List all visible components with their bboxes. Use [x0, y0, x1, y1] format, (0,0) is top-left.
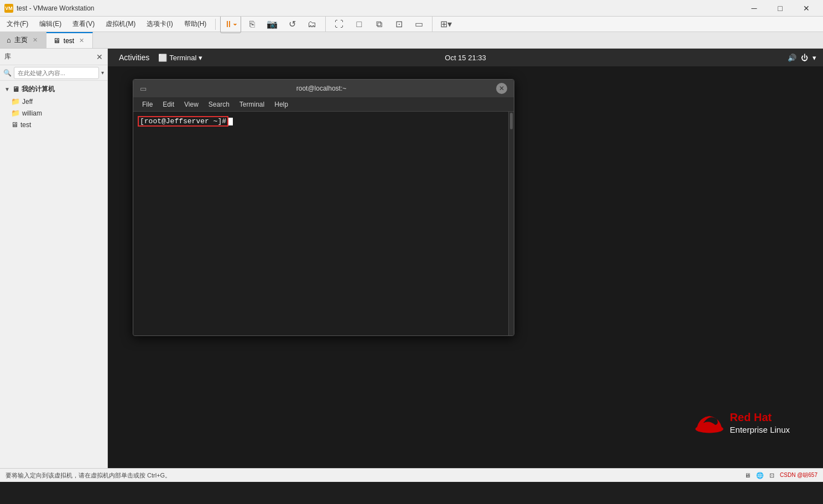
settings-icon[interactable]: ▾ [812, 54, 816, 62]
sidebar-search-input[interactable] [14, 67, 99, 79]
view-options-button[interactable]: ⊞▾ [437, 15, 455, 33]
gnome-terminal-label[interactable]: ⬜ Terminal ▾ [158, 54, 202, 62]
terminal-dropdown-arrow: ▾ [199, 54, 202, 62]
menu-vm[interactable]: 虚拟机(M) [101, 17, 140, 31]
menu-help[interactable]: 帮助(H) [180, 17, 211, 31]
terminal-window[interactable]: ▭ root@localhost:~ ✕ File Edit View Sear… [133, 79, 514, 336]
toolbar-sep-1 [325, 17, 326, 32]
minimize-button[interactable]: ─ [742, 0, 767, 17]
pause-button[interactable]: ⏸▾ [220, 15, 241, 33]
main-content: 库 ✕ 🔍 ▾ ▼ 🖥 我的计算机 📁 Jeff 📁 william 🖥 [0, 49, 823, 468]
terminal-menu-search[interactable]: Search [204, 99, 234, 109]
sidebar-search-dropdown[interactable]: ▾ [101, 70, 104, 76]
gnome-topbar: Activities ⬜ Terminal ▾ Oct 15 21:33 🔊 ⏻… [108, 49, 823, 66]
terminal-menubar: File Edit View Search Terminal Help [133, 97, 514, 112]
tab-bar: ⌂ 主页 ✕ 🖥 test ✕ [0, 32, 823, 49]
revert-button[interactable]: ↺ [283, 15, 301, 33]
terminal-menu-view[interactable]: View [180, 99, 203, 109]
menu-bar: 文件(F) 编辑(E) 查看(V) 虚拟机(M) 选项卡(I) 帮助(H) ⏸▾… [0, 17, 823, 32]
gnome-clock: Oct 15 21:33 [445, 54, 486, 62]
vm-icon-test: 🖥 [11, 120, 18, 129]
redhat-brand-text: Red Hat Enterprise Linux [730, 410, 790, 435]
terminal-close-button[interactable]: ✕ [496, 83, 507, 94]
terminal-body[interactable]: [root@Jeffserver ~]# [133, 112, 508, 335]
terminal-menu-file[interactable]: File [138, 99, 157, 109]
tree-item-test-label: test [20, 121, 31, 129]
search-icon: 🔍 [3, 69, 12, 77]
redhat-red-text: Red Hat [730, 411, 772, 423]
status-right: 🖥 🌐 ⊡ CSDN @胡657 [744, 471, 817, 479]
menu-view[interactable]: 查看(V) [68, 17, 99, 31]
console-view-button[interactable]: ▭ [410, 15, 428, 33]
pc-icon: 🖥 [12, 85, 19, 93]
terminal-menu-terminal[interactable]: Terminal [235, 99, 269, 109]
snapshot-button[interactable]: 📷 [263, 15, 281, 33]
toolbar-sep-2 [432, 17, 433, 32]
tab-home-close[interactable]: ✕ [31, 36, 39, 44]
tree-group-mypc[interactable]: ▼ 🖥 我的计算机 [0, 83, 107, 96]
terminal-titlebar: ▭ root@localhost:~ ✕ [133, 80, 514, 97]
terminal-title-icon: ▭ [140, 85, 147, 93]
terminal-prompt: [root@Jeffserver ~]# [138, 116, 228, 127]
folder-icon-jeff: 📁 [11, 97, 20, 106]
tree-item-jeff[interactable]: 📁 Jeff [0, 96, 107, 107]
sidebar-tree: ▼ 🖥 我的计算机 📁 Jeff 📁 william 🖥 test [0, 81, 107, 468]
terminal-cursor [228, 118, 233, 125]
tree-item-test[interactable]: 🖥 test [0, 119, 107, 130]
tree-item-william[interactable]: 📁 william [0, 107, 107, 119]
fit-guest-button[interactable]: ⧉ [370, 15, 388, 33]
csdn-label: CSDN @胡657 [780, 471, 817, 479]
menu-separator-1 [215, 19, 216, 30]
sidebar-search-area: 🔍 ▾ [0, 65, 107, 81]
terminal-content-area: [root@Jeffserver ~]# [133, 112, 514, 335]
redhat-hat-icon [694, 410, 725, 435]
redhat-logo: Red Hat Enterprise Linux [694, 410, 790, 435]
app-icon: VM [4, 4, 13, 13]
gnome-tray: 🔊 ⏻ ▾ [788, 54, 816, 62]
terminal-menu-help[interactable]: Help [270, 99, 293, 109]
sidebar-title: 库 [4, 52, 11, 61]
tree-item-william-label: william [22, 109, 42, 117]
terminal-scrollbar[interactable] [508, 112, 514, 335]
tab-home[interactable]: ⌂ 主页 ✕ [0, 32, 46, 48]
volume-icon[interactable]: 🔊 [788, 54, 796, 62]
app-title: test - VMware Workstation [17, 4, 742, 12]
menu-tab[interactable]: 选项卡(I) [142, 17, 177, 31]
tree-toggle-mypc: ▼ [4, 86, 10, 92]
redhat-sub-text: Enterprise Linux [730, 424, 790, 435]
tab-test-close[interactable]: ✕ [77, 36, 86, 45]
menu-file[interactable]: 文件(F) [2, 17, 33, 31]
status-message: 要将输入定向到该虚拟机，请在虚拟机内部单击或按 Ctrl+G。 [6, 471, 171, 480]
terminal-menu-edit[interactable]: Edit [158, 99, 179, 109]
fullscreen-button[interactable]: ⛶ [330, 15, 348, 33]
vm-icon: 🖥 [53, 36, 60, 45]
snapshot-manager-button[interactable]: 🗂 [303, 15, 321, 33]
tree-group-mypc-label: 我的计算机 [22, 85, 55, 94]
terminal-title: root@localhost:~ [147, 85, 496, 92]
close-button[interactable]: ✕ [794, 0, 819, 17]
send-keys-button[interactable]: ⎘ [243, 15, 261, 33]
maximize-button[interactable]: □ [768, 0, 793, 17]
network-status-icon: 🌐 [756, 472, 764, 479]
sidebar-header: 库 ✕ [0, 49, 107, 65]
vm-display[interactable]: Activities ⬜ Terminal ▾ Oct 15 21:33 🔊 ⏻… [108, 49, 823, 468]
scrollbar-thumb[interactable] [510, 113, 513, 129]
screen-status-icon: 🖥 [744, 472, 751, 479]
gnome-activities[interactable]: Activities [114, 53, 154, 62]
status-bar: 要将输入定向到该虚拟机，请在虚拟机内部单击或按 Ctrl+G。 🖥 🌐 ⊡ CS… [0, 468, 823, 482]
tree-item-jeff-label: Jeff [22, 98, 33, 106]
tab-home-label: 主页 [14, 35, 28, 45]
tab-test-label: test [64, 37, 74, 45]
tab-test[interactable]: 🖥 test ✕ [46, 32, 93, 48]
terminal-menu-icon: ⬜ [158, 54, 167, 62]
power-icon[interactable]: ⏻ [801, 54, 808, 62]
window-controls: ─ □ ✕ [742, 0, 819, 17]
sidebar: 库 ✕ 🔍 ▾ ▼ 🖥 我的计算机 📁 Jeff 📁 william 🖥 [0, 49, 108, 468]
sidebar-close-button[interactable]: ✕ [96, 53, 103, 61]
fit-window-button[interactable]: ⊡ [390, 15, 408, 33]
home-icon: ⌂ [7, 36, 11, 44]
menu-edit[interactable]: 编辑(E) [35, 17, 66, 31]
usb-status-icon: ⊡ [769, 472, 774, 479]
folder-icon-william: 📁 [11, 109, 20, 117]
unity-button[interactable]: □ [350, 15, 368, 33]
